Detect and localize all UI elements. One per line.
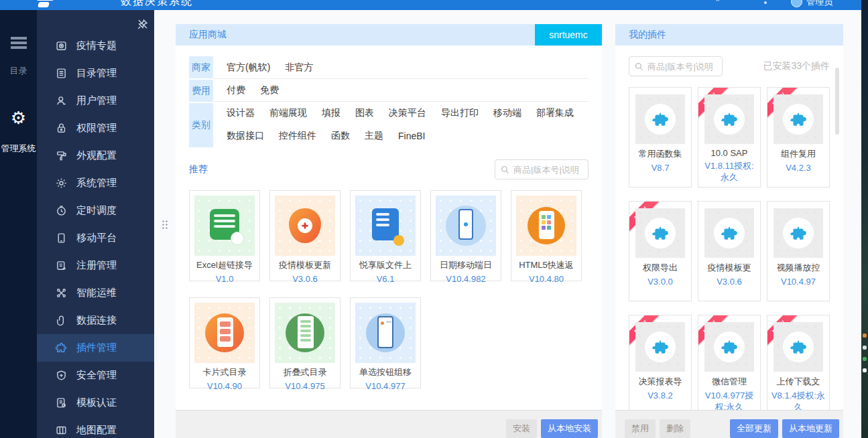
content-area: 应用商城 snrtuemc 商家 费用 类别 官方(帆软) 非官方 (154, 10, 861, 438)
store-card[interactable]: 疫情模板更新 V3.0.6 (269, 190, 340, 281)
folded-catalog-icon (275, 303, 335, 363)
plugin-card[interactable]: NEW 上传下载文 V8.1.4授权:永久 (767, 315, 830, 410)
search-icon (635, 62, 643, 71)
sidebar-item-label: 定时调度 (76, 204, 117, 217)
plugin-card[interactable]: NEW 决策报表导 V3.8.2 (629, 315, 692, 410)
plugins-scrollbar[interactable] (835, 68, 839, 135)
icon-rail: 目录 ⚙ 管理系统 (0, 10, 37, 438)
notification-dot-icon[interactable] (764, 1, 767, 4)
sidebar-item-dataconnection[interactable]: 数据连接 (37, 307, 154, 334)
user-name[interactable]: 管理员 (806, 0, 832, 8)
filter-option[interactable]: 免费 (260, 84, 279, 96)
filter-option[interactable]: 图表 (355, 107, 374, 119)
plugin-card[interactable]: NEW 微信管理 V10.4.977授权:永久 (698, 315, 761, 410)
filter-option[interactable]: 前端展现 (269, 107, 307, 119)
paint-roller-icon (56, 150, 67, 161)
filter-option[interactable]: 决策平台 (389, 107, 426, 119)
filter-option[interactable]: 部署集成 (536, 107, 574, 119)
filter-option[interactable]: 官方(帆软) (227, 62, 270, 74)
sidebar-item-security[interactable]: 安全管理 (37, 362, 154, 389)
install-local-button[interactable]: 从本地安装 (541, 419, 598, 438)
store-card[interactable]: 折叠式目录 V10.4.975 (269, 297, 340, 388)
sidebar-item-label: 用户管理 (76, 94, 117, 107)
sidebar-item-label: 智能运维 (76, 287, 117, 299)
store-card[interactable]: 日期移动端日 V10.4.982 (430, 190, 501, 281)
puzzle-plugin-icon (783, 218, 814, 248)
filter-row-category-1: 设计器 前端展现 填报 图表 决策平台 导出打印 移动端 部署集成 (213, 102, 588, 125)
paperclip-icon (56, 315, 67, 326)
sidebar-item-catalog[interactable]: 目录管理 (37, 60, 154, 87)
sidebar-resize-handle[interactable] (162, 220, 168, 230)
rail-manage-label: 管理系统 (1, 143, 36, 155)
filter-option[interactable]: 设计器 (227, 107, 255, 119)
filter-option[interactable]: 移动端 (493, 107, 521, 119)
sidebar-item-schedule[interactable]: 定时调度 (37, 197, 154, 224)
desktop-icon (863, 346, 867, 350)
sidebar-item-mobile[interactable]: 移动平台 (37, 224, 154, 252)
store-card[interactable]: 悦享版文件上 V6.1 (350, 190, 421, 281)
store-card-grid: Excel超链接导 V1.0 疫情模板更新 V3.0.6 (189, 190, 588, 405)
filter-option[interactable]: FineBI (398, 131, 425, 141)
rail-item-directory[interactable]: 目录 (10, 37, 27, 77)
plugin-card[interactable]: NEW 10.0 SAP V1.8.11授权:永久 (698, 87, 761, 188)
filter-option[interactable]: 填报 (322, 107, 340, 119)
plugins-search-input[interactable] (647, 62, 717, 72)
store-card[interactable]: HTML5快速返 V10.4.80 (511, 190, 582, 281)
radio-group-phone-icon (355, 303, 416, 363)
sidebar-item-system[interactable]: 系统管理 (37, 169, 154, 197)
store-search-box[interactable] (495, 159, 588, 179)
sidebar-item-label: 系统管理 (76, 177, 117, 190)
filter-option[interactable]: 主题 (365, 130, 383, 142)
sidebar-item-templatecert[interactable]: 模板认证 (37, 389, 154, 417)
plugin-card[interactable]: NEW 组件复用 V4.2.3 (767, 87, 830, 188)
store-card[interactable]: 单选按钮组移 V10.4.977 (350, 297, 421, 388)
sidebar-item-permissions[interactable]: 权限管理 (37, 115, 154, 142)
app-window: 数据决策系统 ⌃ 管理员 目录 ⚙ 管理系统 疫情专题 (0, 0, 868, 438)
filter-option[interactable]: 控件组件 (279, 130, 316, 142)
sidebar-item-register[interactable]: 注册管理 (37, 252, 154, 279)
sidebar-item-label: 注册管理 (76, 259, 117, 272)
update-all-button[interactable]: 全部更新 (730, 419, 778, 438)
puzzle-plugin-icon (645, 332, 676, 362)
sidebar-item-ops[interactable]: 智能运维 (37, 279, 154, 307)
puzzle-icon (56, 342, 67, 354)
desktop-background-strip (861, 0, 868, 438)
collapse-caret-icon[interactable]: ⌃ (715, 0, 721, 7)
unpin-sidebar-icon[interactable] (137, 18, 149, 30)
store-search-input[interactable] (513, 165, 582, 175)
sidebar-item-mapconfig[interactable]: 地图配置 (37, 417, 154, 438)
filter-option[interactable]: 数据接口 (227, 130, 264, 142)
puzzle-plugin-icon (783, 104, 814, 135)
desktop-icon (863, 368, 867, 372)
rail-directory-label: 目录 (10, 65, 27, 77)
filter-option[interactable]: 付费 (227, 84, 245, 96)
sidebar-item-appearance[interactable]: 外观配置 (37, 142, 154, 169)
filter-option[interactable]: 函数 (331, 130, 350, 142)
plugin-card[interactable]: 视频播放控 V10.4.97 (767, 201, 830, 301)
disable-button[interactable]: 禁用 (625, 419, 656, 438)
sidebar-item-label: 外观配置 (76, 149, 117, 162)
store-card[interactable]: 卡片式目录 V10.4.90 (189, 297, 260, 388)
install-button[interactable]: 安装 (506, 419, 537, 438)
plugins-search-box[interactable] (629, 56, 723, 76)
store-search-key-button[interactable]: snrtuemc (535, 24, 602, 46)
plugin-card[interactable]: NEW 权限导出 V3.0.0 (629, 201, 692, 301)
template-cert-icon (56, 397, 67, 409)
puzzle-plugin-icon (645, 218, 676, 248)
rail-item-manage[interactable]: ⚙ 管理系统 (1, 109, 36, 155)
user-avatar[interactable] (791, 0, 802, 7)
plugin-card[interactable]: 疫情模板更 V3.0.6 (698, 201, 761, 301)
gear-outline-icon (56, 177, 67, 189)
filter-option[interactable]: 导出打印 (441, 107, 479, 119)
sidebar-item-users[interactable]: 用户管理 (37, 87, 154, 115)
ops-nodes-icon (56, 287, 67, 299)
store-card[interactable]: Excel超链接导 V1.0 (189, 190, 260, 281)
sidebar-item-label: 权限管理 (76, 122, 117, 135)
sidebar-item-epidemic[interactable]: 疫情专题 (37, 32, 154, 60)
update-local-button[interactable]: 从本地更新 (782, 419, 839, 438)
delete-button[interactable]: 删除 (660, 419, 690, 438)
filter-option[interactable]: 非官方 (285, 62, 313, 74)
plugin-card[interactable]: 常用函数集 V8.7 (629, 87, 692, 188)
sidebar-item-plugins[interactable]: 插件管理 (37, 334, 154, 362)
gear-icon: ⚙ (11, 109, 26, 127)
